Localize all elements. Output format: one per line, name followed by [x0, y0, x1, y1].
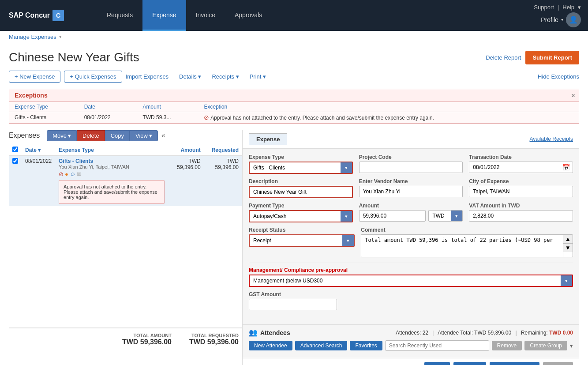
expenses-actions: Move ▾ Delete Copy View ▾	[47, 130, 158, 141]
copy-button[interactable]: Copy	[105, 130, 130, 141]
row-checkbox-cell[interactable]	[9, 156, 22, 206]
print-button[interactable]: Print ▾	[250, 73, 266, 80]
form-row-3: Payment Type ▾ Amount	[249, 203, 573, 222]
total-amount-item: TOTAL AMOUNT TWD 59,396.00	[122, 333, 172, 346]
advanced-search-button[interactable]: Advanced Search	[295, 341, 348, 350]
available-receipts-link[interactable]: Available Receipts	[529, 136, 573, 142]
collapse-button[interactable]: «	[158, 130, 169, 141]
move-button[interactable]: Move ▾	[47, 130, 77, 141]
expenses-title: Expenses	[9, 132, 40, 139]
project-code-input[interactable]	[359, 162, 463, 173]
save-button[interactable]: Save	[424, 362, 450, 365]
expense-tab[interactable]: Expense	[249, 133, 287, 145]
nav-requests[interactable]: Requests	[97, 0, 142, 31]
transaction-date-input[interactable]	[469, 162, 560, 173]
attendees-total: Attendee Total: TWD 59,396.00	[438, 330, 511, 336]
help-link[interactable]: Help	[562, 4, 574, 11]
profile-section[interactable]: Profile ▾ 👤	[541, 12, 581, 27]
compliance-select-wrap: ▾	[249, 275, 573, 287]
project-code-group: Project Code	[359, 154, 463, 174]
attach-receipt-button[interactable]: Attach Receipt	[490, 362, 539, 365]
col-date[interactable]: Date ▾	[22, 145, 55, 156]
gst-amount-input[interactable]	[249, 299, 337, 310]
receipt-status-group: Receipt Status ▾	[249, 227, 355, 257]
breadcrumb-link[interactable]: Manage Expenses	[9, 34, 56, 40]
comment-group: Comment Total amount TWD 59,396 is total…	[361, 227, 573, 257]
dropdown-chevron-icon[interactable]: ▾	[570, 342, 573, 349]
form-row-5: Management/ Compliance pre-approval ▾	[249, 267, 573, 287]
logo-icon: C	[52, 10, 64, 21]
currency-arrow[interactable]: ▾	[451, 211, 462, 221]
logo-text: SAP Concur	[9, 11, 50, 19]
exc-error-icon: ⊘	[204, 114, 209, 121]
payment-type-input[interactable]	[250, 211, 341, 222]
vendor-name-input[interactable]	[359, 186, 463, 197]
attendees-section: 👥 Attendees Attendees: 22 | Attendee Tot…	[243, 324, 579, 358]
support-link[interactable]: Support	[534, 4, 554, 11]
city-of-expense-label: City of Expense	[469, 178, 573, 184]
col-expense-type[interactable]: Expense Type	[55, 145, 168, 156]
row-checkbox[interactable]	[12, 158, 18, 164]
remove-button[interactable]: Remove	[492, 341, 522, 350]
amount-input[interactable]	[359, 210, 426, 222]
table-row[interactable]: 08/01/2022 Gifts - Clients You Xian Zhu …	[9, 156, 242, 206]
receipts-button[interactable]: Receipts ▾	[212, 73, 239, 80]
header-buttons: Delete Report Submit Report	[486, 51, 579, 64]
comment-icon: ✉	[77, 171, 82, 177]
exceptions-close-button[interactable]: ×	[571, 92, 575, 100]
form-footer: Save Allocate Attach Receipt Cancel	[243, 358, 579, 365]
compliance-input[interactable]	[250, 275, 561, 286]
expense-type-input[interactable]	[250, 162, 341, 173]
comment-textarea[interactable]: Total amount TWD 59,396 is total of 22 p…	[361, 235, 562, 257]
vat-amount-input[interactable]	[469, 210, 573, 222]
delete-report-button[interactable]: Delete Report	[486, 54, 521, 61]
attendees-icon: 👥	[249, 328, 258, 337]
import-expenses-button[interactable]: Import Expenses	[126, 73, 169, 80]
form-row-2: Description Enter Vendor Name City of Ex…	[249, 178, 573, 198]
new-expense-button[interactable]: + New Expense	[9, 71, 60, 83]
exceptions-box: Exceptions × Expense Type Date Amount Ex…	[9, 89, 579, 124]
col-requested[interactable]: Requested	[204, 145, 242, 156]
description-input[interactable]	[249, 186, 353, 198]
comment-scroll-up[interactable]: ▲	[563, 235, 573, 244]
row-amount: TWD 59,396.00	[168, 156, 204, 206]
delete-button[interactable]: Delete	[77, 130, 105, 141]
comment-scroll-down[interactable]: ▼	[563, 244, 573, 252]
quick-expenses-button[interactable]: + Quick Expenses	[64, 71, 122, 83]
nav-expense[interactable]: Expense	[142, 0, 186, 31]
col-amount[interactable]: Amount	[168, 145, 204, 156]
receipt-status-input[interactable]	[250, 235, 342, 246]
favorites-button[interactable]: Favorites	[350, 341, 382, 350]
expense-type-arrow[interactable]: ▾	[341, 162, 352, 173]
vat-amount-group: VAT Amount in TWD	[469, 203, 573, 222]
currency-input[interactable]	[429, 211, 451, 221]
new-attendee-button[interactable]: New Attendee	[249, 341, 292, 350]
exceptions-header: Exceptions ×	[9, 89, 579, 102]
receipt-status-arrow[interactable]: ▾	[342, 235, 354, 246]
compliance-arrow[interactable]: ▾	[561, 275, 572, 286]
description-group: Description	[249, 178, 353, 198]
submit-report-button[interactable]: Submit Report	[525, 51, 579, 64]
allocate-button[interactable]: Allocate	[453, 362, 486, 365]
cancel-button[interactable]: Cancel	[543, 362, 573, 365]
nav-approvals[interactable]: Approvals	[225, 0, 272, 31]
move-chevron-icon: ▾	[68, 132, 71, 139]
select-all-checkbox[interactable]	[12, 147, 18, 152]
amount-label: Amount	[359, 203, 463, 209]
create-group-button[interactable]: Create Group	[524, 341, 567, 350]
calendar-icon[interactable]: 📅	[560, 162, 573, 173]
nav-invoice[interactable]: Invoice	[186, 0, 225, 31]
payment-type-arrow[interactable]: ▾	[341, 211, 352, 222]
hide-exceptions-button[interactable]: Hide Exceptions	[538, 73, 579, 80]
form-row-4: Receipt Status ▾ Comment Total amount TW…	[249, 227, 573, 257]
expense-list-table: Date ▾ Expense Type Amount Requested	[9, 145, 242, 206]
city-of-expense-input[interactable]	[469, 186, 573, 197]
view-button[interactable]: View ▾	[130, 130, 158, 141]
exc-col-exception: Exception	[198, 102, 579, 112]
details-button[interactable]: Details ▾	[179, 73, 201, 80]
search-recently-used-input[interactable]	[385, 340, 489, 351]
warning-icon: ●	[65, 171, 68, 177]
city-of-expense-group: City of Expense	[469, 178, 573, 198]
info-icon: ☺	[70, 171, 75, 177]
chevron-down-icon: ▾	[578, 4, 581, 11]
